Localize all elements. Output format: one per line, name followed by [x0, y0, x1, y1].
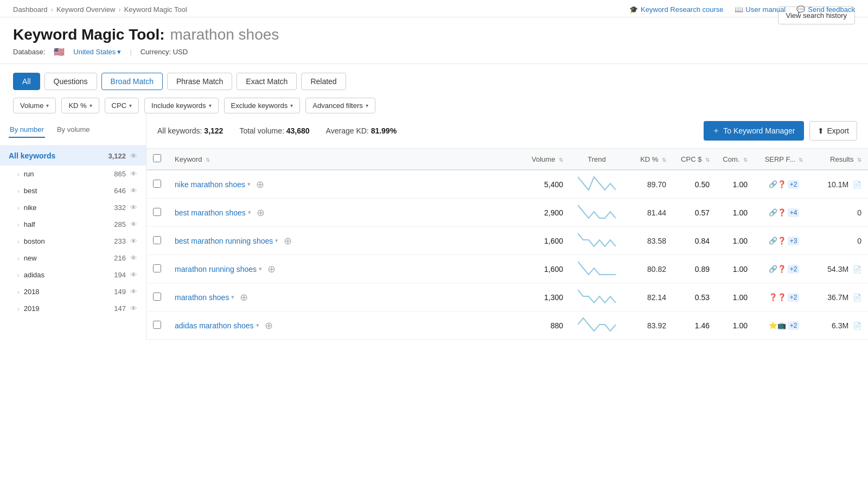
row-checkbox[interactable] — [153, 321, 161, 329]
th-keyword[interactable]: Keyword ⇅ — [168, 149, 515, 170]
send-feedback-link[interactable]: 💬 Send feedback — [796, 5, 855, 14]
cpc-filter[interactable]: CPC ▾ — [105, 98, 139, 113]
keyword-expand-icon[interactable]: ▾ — [247, 181, 251, 188]
sort-by-number[interactable]: By number — [9, 122, 45, 138]
best-eye-icon[interactable]: 👁 — [130, 187, 137, 195]
serp-plus-button[interactable]: +2 — [788, 293, 800, 302]
keyword-expand-icon[interactable]: ▾ — [275, 237, 278, 244]
keyword-link[interactable]: marathon running shoes — [175, 265, 257, 274]
export-button[interactable]: ⬆ Export — [809, 121, 857, 141]
keyword-link[interactable]: best marathon shoes — [175, 208, 246, 217]
add-keyword-icon[interactable]: ⊕ — [284, 235, 292, 247]
sidebar-item-nike[interactable]: › nike 332 👁 — [0, 199, 146, 216]
th-kd[interactable]: KD % ⇅ — [624, 149, 673, 170]
add-keyword-icon[interactable]: ⊕ — [267, 263, 276, 275]
th-results[interactable]: Results ⇅ — [814, 149, 868, 170]
sidebar-item-all-keywords[interactable]: All keywords 3,122 👁 — [0, 146, 146, 166]
keyword-expand-icon[interactable]: ▾ — [256, 322, 259, 329]
select-all-checkbox[interactable] — [153, 154, 161, 162]
row-checkbox[interactable] — [153, 264, 161, 272]
add-keyword-icon[interactable]: ⊕ — [240, 291, 248, 303]
add-keyword-icon[interactable]: ⊕ — [257, 207, 265, 219]
sidebar-item-half[interactable]: › half 285 👁 — [0, 216, 146, 233]
row-checkbox[interactable] — [153, 180, 161, 188]
th-cpc[interactable]: CPC $ ⇅ — [673, 149, 716, 170]
sidebar-item-boston[interactable]: › boston 233 👁 — [0, 233, 146, 250]
volume-filter[interactable]: Volume ▾ — [13, 98, 56, 113]
sidebar-item-2019[interactable]: › 2019 147 👁 — [0, 300, 146, 317]
serp-plus-button[interactable]: +2 — [788, 180, 800, 189]
keyword-link[interactable]: best marathon running shoes — [175, 237, 273, 245]
sidebar-item-best[interactable]: › best 646 👁 — [0, 182, 146, 199]
row-checkbox[interactable] — [153, 208, 161, 216]
keyword-link[interactable]: nike marathon shoes — [175, 180, 245, 189]
th-serp[interactable]: SERP F... ⇅ — [754, 149, 814, 170]
results-doc-icon[interactable]: 📄 — [853, 322, 861, 330]
tab-questions[interactable]: Questions — [44, 73, 97, 90]
research-course-label: Keyword Research course — [641, 5, 723, 14]
tab-related[interactable]: Related — [301, 73, 346, 90]
nike-eye-icon[interactable]: 👁 — [130, 204, 137, 212]
row-checkbox[interactable] — [153, 236, 161, 244]
2018-eye-icon[interactable]: 👁 — [130, 288, 137, 296]
tab-exact-match[interactable]: Exact Match — [237, 73, 297, 90]
2019-eye-icon[interactable]: 👁 — [130, 304, 137, 313]
row-checkbox-cell — [146, 170, 168, 199]
half-eye-icon[interactable]: 👁 — [130, 220, 137, 228]
tab-all[interactable]: All — [13, 73, 40, 90]
cpc-filter-label: CPC — [112, 101, 126, 110]
results-cell: 6.3M 📄 — [814, 312, 868, 340]
kd-filter-label: KD % — [68, 101, 86, 110]
kd-filter[interactable]: KD % ▾ — [61, 98, 99, 113]
all-keywords-eye-icon[interactable]: 👁 — [130, 152, 137, 160]
sidebar-item-new[interactable]: › new 216 👁 — [0, 250, 146, 266]
row-checkbox-cell — [146, 227, 168, 255]
row-checkbox[interactable] — [153, 293, 161, 301]
keyword-link[interactable]: adidas marathon shoes — [175, 321, 254, 330]
boston-eye-icon[interactable]: 👁 — [130, 237, 137, 245]
kd-value: 80.82 — [647, 265, 666, 274]
new-expand-icon: › — [17, 255, 20, 262]
serp-plus-button[interactable]: +2 — [788, 321, 800, 330]
research-course-link[interactable]: 🎓 Keyword Research course — [629, 5, 723, 14]
breadcrumb-keyword-overview[interactable]: Keyword Overview — [56, 5, 115, 14]
keyword-manager-button[interactable]: ＋ To Keyword Manager — [704, 121, 803, 141]
add-keyword-icon[interactable]: ⊕ — [256, 179, 264, 190]
volume-value: 5,400 — [544, 180, 563, 189]
2018-expand-icon: › — [17, 289, 20, 295]
country-selector[interactable]: United States ▾ — [73, 48, 121, 56]
add-keyword-icon[interactable]: ⊕ — [265, 320, 273, 332]
results-doc-icon[interactable]: 📄 — [853, 181, 861, 189]
breadcrumb: Dashboard › Keyword Overview › Keyword M… — [13, 5, 187, 14]
table-row: adidas marathon shoes ▾ ⊕ 880 83.92 1.46… — [146, 312, 868, 340]
serp-plus-button[interactable]: +2 — [788, 265, 800, 274]
sort-by-volume[interactable]: By volume — [56, 122, 91, 138]
exclude-keywords-filter[interactable]: Exclude keywords ▾ — [224, 98, 301, 113]
advanced-filters[interactable]: Advanced filters ▾ — [305, 98, 375, 113]
results-value: 6.3M — [832, 321, 848, 330]
breadcrumb-dashboard[interactable]: Dashboard — [13, 5, 48, 14]
user-manual-link[interactable]: 📖 User manual — [735, 5, 786, 14]
serp-plus-button[interactable]: +4 — [788, 208, 800, 217]
sidebar-item-run[interactable]: › run 865 👁 — [0, 166, 146, 182]
keyword-link[interactable]: marathon shoes — [175, 293, 229, 302]
tab-broad-match[interactable]: Broad Match — [101, 73, 163, 90]
volume-value: 880 — [551, 321, 563, 330]
include-keywords-filter[interactable]: Include keywords ▾ — [144, 98, 218, 113]
keyword-expand-icon[interactable]: ▾ — [231, 294, 234, 301]
keyword-expand-icon[interactable]: ▾ — [259, 265, 262, 272]
tab-phrase-match[interactable]: Phrase Match — [167, 73, 232, 90]
table-row: best marathon running shoes ▾ ⊕ 1,600 83… — [146, 227, 868, 255]
results-doc-icon[interactable]: 📄 — [853, 265, 861, 274]
new-eye-icon[interactable]: 👁 — [130, 254, 137, 262]
keyword-expand-icon[interactable]: ▾ — [248, 209, 251, 216]
research-course-icon: 🎓 — [629, 5, 638, 14]
adidas-eye-icon[interactable]: 👁 — [130, 271, 137, 279]
serp-plus-button[interactable]: +3 — [788, 237, 800, 245]
th-volume[interactable]: Volume ⇅ — [515, 149, 570, 170]
th-com[interactable]: Com. ⇅ — [716, 149, 754, 170]
sidebar-item-adidas[interactable]: › adidas 194 👁 — [0, 266, 146, 283]
run-eye-icon[interactable]: 👁 — [130, 170, 137, 178]
results-doc-icon[interactable]: 📄 — [853, 294, 861, 302]
sidebar-item-2018[interactable]: › 2018 149 👁 — [0, 283, 146, 300]
